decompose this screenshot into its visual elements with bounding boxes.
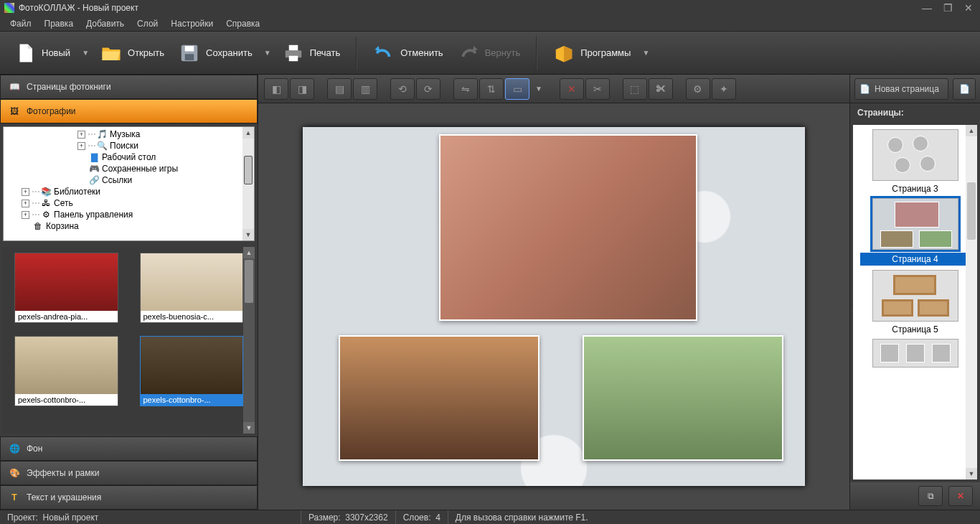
- canvas[interactable]: [303, 127, 805, 486]
- close-button[interactable]: ✕: [961, 2, 976, 14]
- svg-rect-4: [288, 45, 298, 50]
- menu-add[interactable]: Добавить: [80, 17, 130, 30]
- left-panel: 📖 Страницы фотокниги 🖼 Фотографии +⋯🎵Муз…: [0, 75, 258, 510]
- page-add-icon: 📄: [859, 84, 870, 94]
- status-bar: Проект: Новый проект Размер: 3307x2362 С…: [0, 510, 980, 524]
- printer-icon: [283, 42, 304, 64]
- new-page-button[interactable]: 📄 Новая страница: [854, 78, 948, 100]
- menu-file[interactable]: Файл: [4, 17, 37, 30]
- fit-icon[interactable]: ▭: [505, 78, 529, 100]
- title-bar: ФотоКОЛЛАЖ - Новый проект — ❐ ✕: [0, 0, 980, 16]
- status-layers-label: Слоев:: [403, 513, 431, 523]
- menu-bar: Файл Правка Добавить Слой Настройки Спра…: [0, 16, 980, 32]
- folder-open-icon: [100, 42, 122, 64]
- delete-page-button[interactable]: ✕: [948, 486, 973, 506]
- page-item[interactable]: Страница 5: [860, 270, 970, 334]
- status-project-label: Проект:: [7, 513, 38, 523]
- copy-icon: ⧉: [928, 491, 934, 501]
- programs-dropdown[interactable]: ▼: [638, 49, 654, 57]
- canvas-area: ◧ ◨ ▤ ▥ ⟲ ⟳ ⇋ ⇅ ▭ ▼ ✕ ✂ ⬚ ✀ ⚙ ✦: [258, 75, 849, 510]
- redo-icon: [458, 42, 479, 64]
- photo-icon: 🖼: [8, 105, 21, 118]
- crop-icon[interactable]: ✂: [585, 78, 610, 100]
- bring-forward-icon[interactable]: ▤: [327, 78, 352, 100]
- page-item[interactable]: Страница 4: [860, 198, 970, 266]
- maximize-button[interactable]: ❐: [941, 2, 956, 14]
- canvas-photo[interactable]: [439, 134, 697, 321]
- thumbnails-pane: pexels-andrea-pia... pexels-buenosia-c..…: [3, 247, 255, 434]
- section-effects[interactable]: 🎨 Эффекты и рамки: [0, 461, 258, 485]
- programs-button[interactable]: Программы: [546, 38, 638, 68]
- book-icon: 📖: [8, 80, 21, 93]
- new-file-icon: [14, 42, 36, 64]
- duplicate-page-button[interactable]: ⧉: [918, 486, 943, 506]
- page-item[interactable]: Страница 3: [860, 129, 970, 194]
- canvas-toolbar: ◧ ◨ ▤ ▥ ⟲ ⟳ ⇋ ⇅ ▭ ▼ ✕ ✂ ⬚ ✀ ⚙ ✦: [258, 75, 849, 103]
- app-icon: [4, 3, 14, 13]
- new-dropdown[interactable]: ▼: [77, 49, 93, 57]
- minimize-button[interactable]: —: [919, 2, 935, 14]
- box-icon: [553, 42, 575, 64]
- menu-help[interactable]: Справка: [220, 17, 265, 30]
- save-icon: [179, 42, 200, 64]
- thumbnail-item[interactable]: pexels-cottonbro-...: [140, 336, 244, 406]
- thumbnail-item[interactable]: pexels-buenosia-c...: [140, 253, 244, 323]
- pages-scrollbar[interactable]: ▲▼: [966, 125, 977, 479]
- svg-rect-2: [185, 54, 194, 60]
- bring-front-icon[interactable]: ◧: [264, 78, 288, 100]
- undo-button[interactable]: Отменить: [366, 38, 450, 68]
- status-layers-value: 4: [435, 513, 440, 523]
- svg-rect-1: [185, 46, 194, 52]
- close-icon: ✕: [957, 491, 964, 501]
- section-photos[interactable]: 🖼 Фотографии: [0, 99, 258, 123]
- send-back-icon[interactable]: ◨: [290, 78, 314, 100]
- section-text[interactable]: T Текст и украшения: [0, 485, 258, 510]
- paint-icon[interactable]: ⬚: [623, 78, 647, 100]
- status-project-name: Новый проект: [43, 513, 99, 523]
- menu-edit[interactable]: Правка: [39, 17, 80, 30]
- window-title: ФотоКОЛЛАЖ - Новый проект: [19, 3, 919, 13]
- globe-icon: 🌐: [8, 442, 21, 455]
- save-dropdown[interactable]: ▼: [260, 49, 275, 57]
- text-icon: T: [8, 491, 21, 504]
- palette-icon: 🎨: [8, 467, 21, 479]
- main-toolbar: Новый ▼ Открыть Сохранить ▼ Печать Отмен…: [0, 32, 980, 75]
- rotate-left-icon[interactable]: ⟲: [390, 78, 415, 100]
- flip-h-icon[interactable]: ⇋: [453, 78, 478, 100]
- save-button[interactable]: Сохранить: [171, 38, 260, 68]
- status-size-value: 3307x2362: [345, 513, 387, 523]
- cut-icon[interactable]: ✀: [649, 78, 673, 100]
- thumbnail-item[interactable]: pexels-andrea-pia...: [14, 253, 118, 323]
- gear-icon[interactable]: ⚙: [686, 78, 710, 100]
- page-gear-icon: 📄: [959, 84, 970, 94]
- menu-settings[interactable]: Настройки: [165, 17, 219, 30]
- pages-label: Страницы:: [850, 103, 980, 122]
- pages-list: Страница 3 Страница 4 Страница 5 ▲▼: [853, 125, 977, 479]
- delete-icon[interactable]: ✕: [560, 78, 584, 100]
- open-button[interactable]: Открыть: [93, 38, 171, 68]
- wand-icon[interactable]: ✦: [712, 78, 736, 100]
- send-backward-icon[interactable]: ▥: [353, 78, 377, 100]
- redo-button[interactable]: Вернуть: [451, 38, 528, 68]
- new-button[interactable]: Новый: [7, 38, 77, 68]
- rotate-right-icon[interactable]: ⟳: [416, 78, 440, 100]
- thumbs-scrollbar[interactable]: ▲▼: [243, 247, 255, 434]
- print-button[interactable]: Печать: [275, 38, 348, 68]
- status-size-label: Размер:: [308, 513, 341, 523]
- thumbnail-item[interactable]: pexels-cottonbro-...: [14, 336, 118, 406]
- tree-scrollbar[interactable]: ▲▼: [242, 127, 254, 240]
- fit-dropdown[interactable]: ▼: [531, 85, 547, 93]
- page-settings-button[interactable]: 📄: [953, 78, 976, 100]
- section-photobook-pages[interactable]: 📖 Страницы фотокниги: [0, 75, 258, 99]
- folder-tree[interactable]: +⋯🎵Музыка +⋯🔍Поиски ▇Рабочий стол 🎮Сохра…: [3, 126, 255, 241]
- flip-v-icon[interactable]: ⇅: [479, 78, 504, 100]
- section-background[interactable]: 🌐 Фон: [0, 436, 258, 461]
- menu-layer[interactable]: Слой: [131, 17, 164, 30]
- undo-icon: [373, 42, 395, 64]
- svg-rect-5: [288, 55, 298, 61]
- status-help-hint: Для вызова справки нажмите F1.: [456, 513, 588, 523]
- page-item[interactable]: [860, 339, 970, 368]
- right-panel: 📄 Новая страница 📄 Страницы: Страница 3 …: [849, 75, 980, 510]
- canvas-photo[interactable]: [583, 335, 783, 461]
- canvas-photo[interactable]: [339, 335, 540, 461]
